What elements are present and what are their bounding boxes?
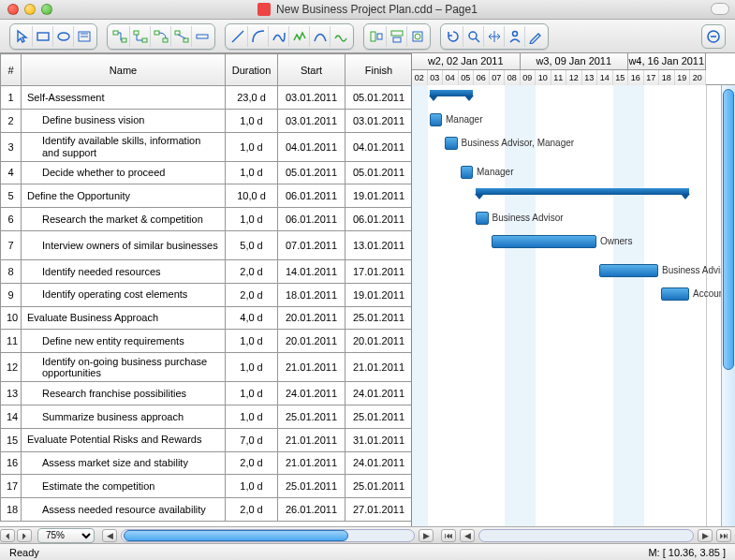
cell-finish[interactable]: 05.01.2011: [345, 161, 413, 184]
cell-start[interactable]: 21.01.2011: [278, 353, 345, 382]
cell-start[interactable]: 20.01.2011: [278, 306, 345, 330]
gantt-chart-area[interactable]: ManagerBusiness Advisor, ManagerManagerB…: [412, 85, 735, 526]
gantt-task-bar[interactable]: [445, 137, 458, 150]
cell-start[interactable]: 20.01.2011: [278, 330, 345, 353]
rect-tool-button[interactable]: [33, 26, 53, 47]
cell-duration[interactable]: 1,0 d: [226, 109, 278, 132]
cell-start[interactable]: 03.01.2011: [278, 109, 345, 132]
cell-name[interactable]: Estimate the competition: [22, 475, 226, 498]
cell-finish[interactable]: 25.01.2011: [345, 306, 413, 330]
cell-finish[interactable]: 13.01.2011: [345, 230, 413, 259]
ellipse-tool-button[interactable]: [53, 26, 74, 47]
cell-duration[interactable]: 1,0 d: [226, 405, 278, 428]
col-header-start[interactable]: Start: [278, 54, 345, 86]
gantt-task-bar[interactable]: [430, 113, 443, 126]
table-row[interactable]: 5Define the Opportunity10,0 d06.01.20111…: [1, 184, 413, 208]
table-row[interactable]: 6Research the market & competition1,0 d0…: [1, 208, 413, 231]
table-row[interactable]: 3Identify available skills, information …: [1, 132, 413, 161]
text-tool-button[interactable]: [74, 26, 95, 47]
cell-name[interactable]: Interview owners of similar businesses: [22, 230, 226, 259]
cell-finish[interactable]: 04.01.2011: [345, 132, 413, 161]
table-row[interactable]: 14Summarize business approach1,0 d25.01.…: [1, 405, 413, 428]
cell-duration[interactable]: 2,0 d: [226, 259, 278, 283]
col-header-name[interactable]: Name: [22, 54, 226, 86]
cell-name[interactable]: Self-Assessment: [22, 86, 226, 110]
cell-name[interactable]: Identify needed resources: [22, 259, 226, 283]
table-row[interactable]: 10Evaluate Business Approach4,0 d20.01.2…: [1, 306, 413, 330]
cell-name[interactable]: Decide whether to proceed: [22, 161, 226, 184]
hscroll-track-left[interactable]: [121, 529, 415, 542]
cell-start[interactable]: 21.01.2011: [278, 428, 345, 451]
gantt-summary-bar[interactable]: [476, 188, 689, 195]
table-row[interactable]: 11Define new entity requirements1,0 d20.…: [1, 330, 413, 353]
cell-finish[interactable]: 24.01.2011: [345, 382, 413, 405]
gantt-task-bar[interactable]: [492, 235, 597, 248]
cell-finish[interactable]: 21.01.2011: [345, 353, 413, 382]
cell-name[interactable]: Define the Opportunity: [22, 184, 226, 208]
cell-duration[interactable]: 5,0 d: [226, 230, 278, 259]
table-row[interactable]: 9Identify operating cost elements2,0 d18…: [1, 283, 413, 306]
cell-finish[interactable]: 27.01.2011: [345, 498, 413, 522]
cell-name[interactable]: Identify available skills, information a…: [22, 132, 226, 161]
cell-finish[interactable]: 06.01.2011: [345, 208, 413, 231]
table-row[interactable]: 13Research franchise possibilities1,0 d2…: [1, 382, 413, 405]
page-next-button[interactable]: ⏵: [17, 529, 32, 542]
pointer-tool-button[interactable]: [12, 26, 33, 47]
cell-finish[interactable]: 05.01.2011: [345, 86, 413, 110]
cell-finish[interactable]: 31.01.2011: [345, 428, 413, 451]
cell-name[interactable]: Summarize business approach: [22, 405, 226, 428]
zoom-window-button[interactable]: [41, 4, 52, 15]
cell-name[interactable]: Identify on-going business purchase oppo…: [22, 353, 226, 382]
cell-start[interactable]: 07.01.2011: [278, 230, 345, 259]
cell-name[interactable]: Research franchise possibilities: [22, 382, 226, 405]
cell-duration[interactable]: 2,0 d: [226, 498, 278, 522]
cell-start[interactable]: 06.01.2011: [278, 184, 345, 208]
align-2-button[interactable]: [387, 26, 407, 47]
table-row[interactable]: 2Define business vision1,0 d03.01.201103…: [1, 109, 413, 132]
table-row[interactable]: 17Estimate the competition1,0 d25.01.201…: [1, 475, 413, 498]
hscroll-right-button[interactable]: ▶: [419, 529, 434, 542]
cell-duration[interactable]: 1,0 d: [226, 161, 278, 184]
cell-finish[interactable]: 20.01.2011: [345, 330, 413, 353]
vertical-scrollbar[interactable]: [721, 85, 735, 526]
pencil-button[interactable]: [525, 26, 546, 47]
table-row[interactable]: 8Identify needed resources2,0 d14.01.201…: [1, 259, 413, 283]
page-prev-button[interactable]: ⏴: [0, 529, 15, 542]
cell-name[interactable]: Define new entity requirements: [22, 330, 226, 353]
cell-duration[interactable]: 4,0 d: [226, 306, 278, 330]
close-window-button[interactable]: [7, 4, 19, 15]
connector-4-button[interactable]: [171, 26, 192, 47]
hscroll-track-right[interactable]: [478, 529, 694, 542]
connector-3-button[interactable]: [151, 26, 171, 47]
cell-name[interactable]: Assess needed resource availability: [22, 498, 226, 522]
zoom-out-circle-button[interactable]: [701, 24, 726, 49]
cell-finish[interactable]: 25.01.2011: [345, 405, 413, 428]
cell-start[interactable]: 25.01.2011: [278, 475, 345, 498]
cell-duration[interactable]: 23,0 d: [226, 86, 278, 110]
table-row[interactable]: 12Identify on-going business purchase op…: [1, 353, 413, 382]
cell-start[interactable]: 04.01.2011: [278, 132, 345, 161]
cell-start[interactable]: 05.01.2011: [278, 161, 345, 184]
gantt-task-bar[interactable]: [599, 264, 658, 277]
pan-button[interactable]: [484, 26, 505, 47]
cell-finish[interactable]: 19.01.2011: [345, 283, 413, 306]
vertical-scroll-thumb[interactable]: [723, 89, 734, 370]
hscroll-thumb-left[interactable]: [124, 530, 348, 541]
cell-name[interactable]: Evaluate Potential Risks and Rewards: [22, 428, 226, 451]
gantt-scroll-right-button[interactable]: ▶: [698, 529, 713, 542]
align-1-button[interactable]: [366, 26, 387, 47]
cell-finish[interactable]: 17.01.2011: [345, 259, 413, 283]
cell-start[interactable]: 14.01.2011: [278, 259, 345, 283]
cell-start[interactable]: 21.01.2011: [278, 451, 345, 475]
cell-start[interactable]: 03.01.2011: [278, 86, 345, 110]
cell-duration[interactable]: 1,0 d: [226, 208, 278, 231]
freehand-tool-button[interactable]: [331, 26, 351, 47]
connector-2-button[interactable]: [130, 26, 151, 47]
cell-start[interactable]: 25.01.2011: [278, 405, 345, 428]
cell-duration[interactable]: 7,0 d: [226, 428, 278, 451]
cell-duration[interactable]: 1,0 d: [226, 132, 278, 161]
cell-finish[interactable]: 03.01.2011: [345, 109, 413, 132]
table-row[interactable]: 7Interview owners of similar businesses5…: [1, 230, 413, 259]
col-header-num[interactable]: #: [1, 54, 22, 86]
cell-duration[interactable]: 2,0 d: [226, 283, 278, 306]
